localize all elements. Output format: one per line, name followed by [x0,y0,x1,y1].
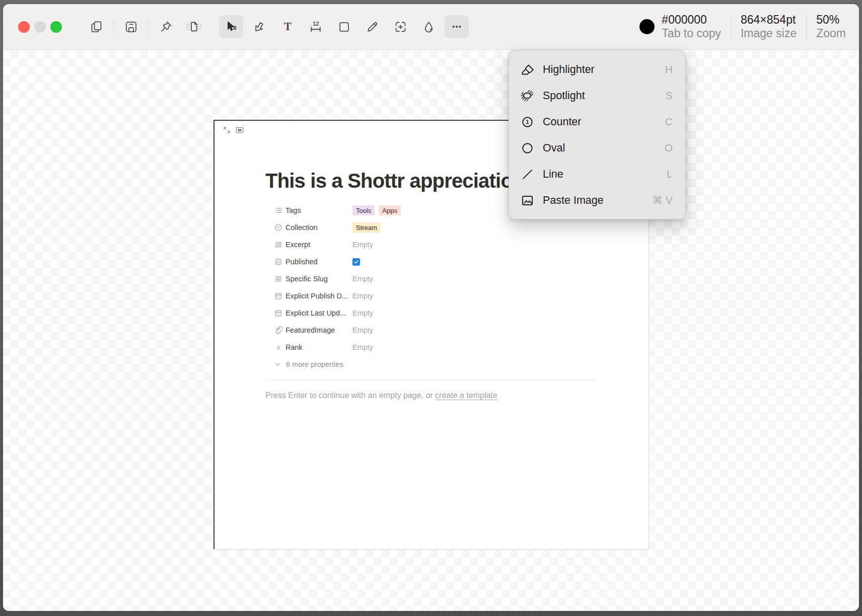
minimize-button[interactable] [34,21,46,33]
blur-tool-button[interactable] [416,15,441,38]
annotation-tools-group: T 12 [219,15,469,38]
more-properties-toggle: 6 more properties [274,356,405,373]
traffic-lights [18,21,62,33]
menu-item-line[interactable]: LineL [509,161,685,187]
text-tool-button[interactable]: T [275,15,300,38]
property-value [352,258,360,266]
menu-item-label: Oval [543,142,665,155]
canvas[interactable]: This is a Shottr appreciation TagsToolsA… [3,50,859,611]
image-size-label: Image size [741,27,797,40]
menu-item-shortcut: S [666,90,673,102]
properties-table: TagsToolsAppsCollectionStreamExcerptEmpt… [274,202,405,373]
copy-icon [90,20,103,34]
property-name: Published [285,258,352,266]
color-hint: Tab to copy [662,27,721,40]
oval-icon [520,141,535,155]
published-checkbox [352,258,360,266]
copy-button[interactable] [84,15,108,38]
svg-text:1: 1 [526,119,529,125]
menu-item-label: Paste Image [543,194,652,207]
property-value: ToolsApps [352,205,405,215]
menu-item-label: Counter [543,116,665,128]
shottr-window: T 12 #000000 Ta [3,4,859,611]
paperclip-icon [274,326,282,334]
text-icon [274,275,282,283]
color-hex: #000000 [662,13,721,27]
property-name: Specific Slug [285,275,352,283]
property-value: Empty [352,326,373,334]
line-icon [520,168,535,181]
blur-drop-icon [422,20,436,34]
tag-chip: Tools [352,205,375,215]
menu-item-counter[interactable]: 1CounterC [509,109,685,135]
color-readout: #000000 Tab to copy [662,13,721,40]
zoom-value: 50% [816,13,846,27]
property-name: Excerpt [285,241,352,249]
menu-item-label: Highlighter [543,63,665,76]
property-name: FeaturedImage [285,326,352,334]
property-value: Empty [352,275,373,283]
menu-item-shortcut: H [665,63,673,75]
menu-item-label: Line [543,168,667,181]
close-button[interactable] [18,21,30,33]
pin-button[interactable] [154,15,178,38]
measure-tool-button[interactable]: 12 [304,15,328,38]
readout-divider [731,13,731,40]
property-name: Rank [285,343,352,351]
color-swatch[interactable] [639,19,655,34]
property-name: Collection [285,223,352,232]
property-name: Tags [285,206,352,214]
menu-item-shortcut: L [667,168,673,180]
readout-divider [806,13,807,40]
property-row-featuredimage: FeaturedImageEmpty [274,322,405,339]
highlighter-icon [520,63,535,76]
pin-icon [159,20,173,34]
pencil-tool-button[interactable] [360,15,384,38]
menu-item-spotlight[interactable]: SpotlightS [509,83,685,109]
calendar-icon [274,309,282,317]
tag-chip: Stream [352,222,381,233]
counter-icon: 1 [520,115,535,129]
menu-item-oval[interactable]: OvalO [509,135,685,161]
menu-item-shortcut: ⌘ V [652,194,673,206]
empty-value: Empty [352,343,373,351]
menu-item-highlighter[interactable]: HighlighterH [509,56,685,83]
crop-tool-button[interactable] [388,15,412,38]
property-name: Explicit Last Upd... [285,309,352,317]
empty-value: Empty [352,326,373,334]
property-row-excerpt: ExcerptEmpty [274,236,405,253]
create-template-link: create a template [435,391,497,400]
paste-icon [520,194,535,207]
expand-arrows-icon [223,126,231,136]
text-icon [274,241,282,249]
more-properties-label: 6 more properties [286,360,343,368]
save-button[interactable] [119,15,143,38]
empty-value: Empty [352,292,373,300]
empty-value: Empty [352,241,373,249]
tag-chip: Apps [379,205,401,215]
menu-item-label: Spotlight [543,90,666,102]
menu-item-paste-image[interactable]: Paste Image⌘ V [509,187,685,213]
toolbar-readouts: #000000 Tab to copy 864×854pt Image size… [639,13,846,40]
menu-item-shortcut: C [665,116,673,128]
pencil-icon [366,20,379,34]
rectangle-tool-button[interactable] [332,15,356,38]
select-cursor-icon [224,20,238,34]
property-value: Empty [352,292,373,300]
checkbox-icon [274,258,282,266]
property-value: Empty [352,241,373,249]
zoom-button[interactable] [50,21,62,33]
select-icon [274,223,282,232]
list-icon [274,206,282,214]
export-page-icon [185,20,202,34]
calendar-icon [274,292,282,300]
export-page-button[interactable] [180,15,208,38]
empty-value: Empty [352,309,373,317]
property-value: Stream [352,222,385,233]
chevron-down-icon [274,361,281,368]
property-row-tags: TagsToolsApps [274,202,405,219]
more-tools-button[interactable] [445,15,469,38]
property-row-explicit-last-upd: Explicit Last Upd...Empty [274,304,405,322]
arrow-tool-button[interactable] [247,15,271,38]
select-tool-button[interactable] [219,15,243,38]
